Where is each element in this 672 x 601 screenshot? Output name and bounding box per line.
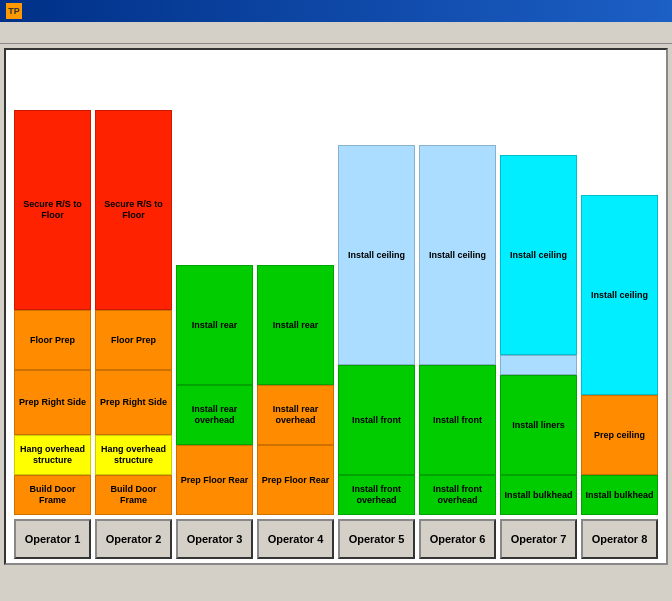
bar-segment-5-3: Install front overhead	[338, 475, 415, 515]
operator-column-2: Secure R/S to FloorFloor PrepPrep Right …	[95, 110, 172, 515]
bar-stack-8: Install ceilingPrep ceilingInstall bulkh…	[581, 195, 658, 515]
operator-column-1: Secure R/S to FloorFloor PrepPrep Right …	[14, 110, 91, 515]
menu-help[interactable]	[46, 32, 54, 34]
bar-segment-2-5: Build Door Frame	[95, 475, 172, 515]
bar-stack-4: Install rearInstall rear overheadPrep Fl…	[257, 265, 334, 515]
operator-label-7: Operator 7	[500, 519, 577, 559]
bar-segment-4-2: Install rear overhead	[257, 385, 334, 445]
bar-segment-1-3: Prep Right Side	[14, 370, 91, 435]
bar-stack-6: Install ceilingInstall frontInstall fron…	[419, 145, 496, 515]
operator-column-8: Install ceilingPrep ceilingInstall bulkh…	[581, 195, 658, 515]
bar-segment-7-3: Install liners	[500, 375, 577, 475]
menu-bar	[0, 22, 672, 44]
bar-segment-5-1: Install ceiling	[338, 145, 415, 365]
operator-column-7: Install ceilingInstall linersInstall bul…	[500, 155, 577, 515]
operator-column-5: Install ceilingInstall frontInstall fron…	[338, 145, 415, 515]
bar-segment-5-2: Install front	[338, 365, 415, 475]
bar-segment-6-2: Install front	[419, 365, 496, 475]
bar-segment-7-1: Install ceiling	[500, 155, 577, 355]
title-bar: TP	[0, 0, 672, 22]
bar-segment-2-4: Hang overhead structure	[95, 435, 172, 475]
bar-segment-1-5: Build Door Frame	[14, 475, 91, 515]
menu-file[interactable]	[6, 32, 14, 34]
bar-stack-3: Install rearInstall rear overheadPrep Fl…	[176, 265, 253, 515]
bar-segment-7-2	[500, 355, 577, 375]
chart-area: Secure R/S to FloorFloor PrepPrep Right …	[4, 48, 668, 565]
title-text	[28, 4, 666, 18]
bar-segment-8-3: Install bulkhead	[581, 475, 658, 515]
bar-stack-7: Install ceilingInstall linersInstall bul…	[500, 155, 577, 515]
operator-label-2: Operator 2	[95, 519, 172, 559]
bar-segment-8-2: Prep ceiling	[581, 395, 658, 475]
menu-view[interactable]	[26, 32, 34, 34]
bar-stack-1: Secure R/S to FloorFloor PrepPrep Right …	[14, 110, 91, 515]
bars-area: Secure R/S to FloorFloor PrepPrep Right …	[10, 54, 662, 515]
bar-segment-2-3: Prep Right Side	[95, 370, 172, 435]
labels-row: Operator 1Operator 2Operator 3Operator 4…	[10, 519, 662, 559]
bar-segment-1-2: Floor Prep	[14, 310, 91, 370]
bar-segment-3-1: Install rear	[176, 265, 253, 385]
bar-segment-2-1: Secure R/S to Floor	[95, 110, 172, 310]
operator-column-6: Install ceilingInstall frontInstall fron…	[419, 145, 496, 515]
bar-segment-2-2: Floor Prep	[95, 310, 172, 370]
bar-segment-6-3: Install front overhead	[419, 475, 496, 515]
bar-stack-2: Secure R/S to FloorFloor PrepPrep Right …	[95, 110, 172, 515]
app-icon: TP	[6, 3, 22, 19]
operator-column-4: Install rearInstall rear overheadPrep Fl…	[257, 265, 334, 515]
bar-segment-8-1: Install ceiling	[581, 195, 658, 395]
bar-stack-5: Install ceilingInstall frontInstall fron…	[338, 145, 415, 515]
operator-label-6: Operator 6	[419, 519, 496, 559]
bar-segment-4-1: Install rear	[257, 265, 334, 385]
bar-segment-1-4: Hang overhead structure	[14, 435, 91, 475]
bar-segment-7-4: Install bulkhead	[500, 475, 577, 515]
bar-segment-6-1: Install ceiling	[419, 145, 496, 365]
gantt-container: Secure R/S to FloorFloor PrepPrep Right …	[10, 54, 662, 559]
bar-segment-3-3: Prep Floor Rear	[176, 445, 253, 515]
operator-label-1: Operator 1	[14, 519, 91, 559]
operator-label-5: Operator 5	[338, 519, 415, 559]
bar-segment-1-1: Secure R/S to Floor	[14, 110, 91, 310]
operator-label-3: Operator 3	[176, 519, 253, 559]
operator-column-3: Install rearInstall rear overheadPrep Fl…	[176, 265, 253, 515]
operator-label-4: Operator 4	[257, 519, 334, 559]
operator-label-8: Operator 8	[581, 519, 658, 559]
bar-segment-4-3: Prep Floor Rear	[257, 445, 334, 515]
bar-segment-3-2: Install rear overhead	[176, 385, 253, 445]
